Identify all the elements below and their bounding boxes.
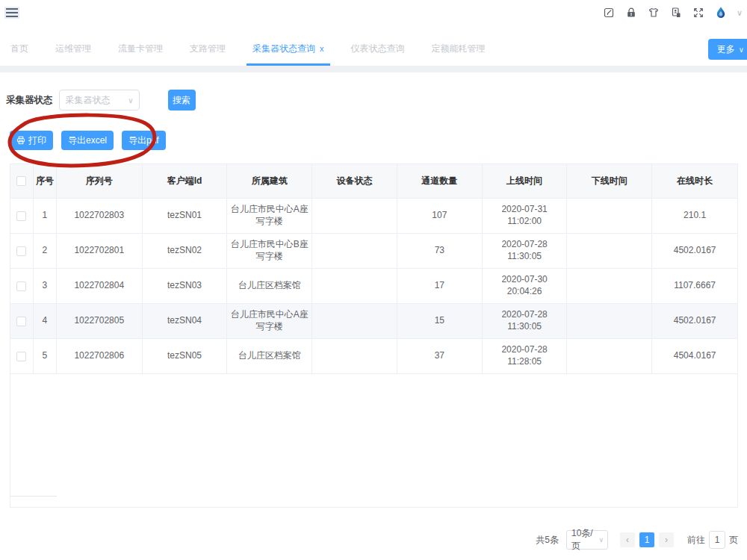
tab-2[interactable]: 运维管理: [55, 31, 91, 66]
table-cell: 1022702805: [57, 304, 143, 339]
row-checkbox-cell: [10, 304, 34, 339]
total-count: 共5条: [536, 534, 559, 547]
export-excel-button[interactable]: 导出excel: [61, 131, 114, 150]
edit-form-icon[interactable]: [602, 6, 616, 19]
row-checkbox-cell: [10, 234, 34, 269]
row-checkbox[interactable]: [16, 211, 26, 221]
table-cell: 2020-07-30 20:04:26: [483, 269, 568, 304]
export-pdf-button[interactable]: 导出pdf: [122, 131, 166, 150]
table-cell: 3: [34, 269, 57, 304]
tab-1[interactable]: 首页: [10, 31, 28, 66]
tab-label: 定额能耗管理: [432, 43, 486, 55]
tab-5[interactable]: 采集器状态查询x: [252, 31, 324, 66]
tab-6[interactable]: 仪表状态查询: [351, 31, 405, 66]
table-cell: 2: [34, 234, 57, 269]
column-header: 下线时间: [567, 164, 652, 199]
goto-label: 前往: [687, 534, 705, 547]
table-cell: 1022702804: [57, 269, 143, 304]
table-cell: 2020-07-31 11:02:00: [483, 199, 568, 234]
actions-row: 打印 导出excel 导出pdf: [10, 131, 166, 150]
table-cell: 1022702801: [57, 234, 143, 269]
table-cell: 台儿庄区档案馆: [227, 269, 312, 304]
copy-id-icon[interactable]: [669, 6, 683, 19]
table-row[interactable]: 41022702805tezSN04台儿庄市民中心A座写字楼152020-07-…: [10, 304, 737, 339]
table-row[interactable]: 11022702803tezSN01台儿庄市民中心A座写字楼1072020-07…: [10, 199, 737, 234]
table-cell: 1107.6667: [652, 269, 737, 304]
table-cell: 台儿庄市民中心A座写字楼: [227, 199, 312, 234]
table-cell: 4502.0167: [652, 234, 737, 269]
table-empty-area: [10, 374, 737, 508]
table-cell: [312, 269, 397, 304]
column-header: 序号: [34, 164, 57, 199]
table-row[interactable]: 51022702806tezSN05台儿庄区档案馆372020-07-28 11…: [10, 339, 737, 374]
chevron-down-icon: ∨: [739, 46, 744, 54]
page-size-select[interactable]: 10条/页 ∨: [566, 530, 608, 550]
table-cell: 73: [397, 234, 483, 269]
table-cell: 4502.0167: [652, 304, 737, 339]
filter-row: 采集器状态 采集器状态 ∨ 搜索: [6, 90, 196, 111]
table-cell: 107: [397, 199, 483, 234]
tab-label: 首页: [10, 43, 28, 55]
table-cell: 台儿庄市民中心B座写字楼: [227, 234, 312, 269]
tab-7[interactable]: 定额能耗管理: [432, 31, 486, 66]
table-cell: 2020-07-28 11:28:05: [483, 339, 568, 374]
table-cell: [312, 339, 397, 374]
next-page-button[interactable]: ›: [659, 532, 674, 547]
column-header: 设备状态: [312, 164, 397, 199]
tab-close-icon[interactable]: x: [320, 44, 324, 53]
table-cell: tezSN01: [143, 199, 228, 234]
topbar-icons: ∨: [602, 6, 743, 19]
table-cell: 4: [34, 304, 57, 339]
menu-toggle-icon[interactable]: [6, 6, 18, 19]
tab-bar: 首页运维管理流量卡管理支路管理采集器状态查询x仪表状态查询定额能耗管理 更多∨: [0, 31, 747, 66]
theme-shirt-icon[interactable]: [647, 6, 660, 19]
row-checkbox[interactable]: [16, 281, 26, 291]
select-all-checkbox[interactable]: [16, 176, 26, 186]
search-button[interactable]: 搜索: [168, 90, 196, 111]
logo-flame-icon[interactable]: [714, 6, 728, 19]
row-checkbox[interactable]: [16, 246, 26, 256]
fullscreen-icon[interactable]: [692, 6, 705, 19]
column-header: 客户端Id: [143, 164, 228, 199]
column-header: 通道数量: [397, 164, 483, 199]
fixed-column-edge: [10, 496, 57, 497]
table-cell: 台儿庄市民中心A座写字楼: [227, 304, 312, 339]
chevron-down-icon: ∨: [128, 96, 133, 105]
column-header: 上线时间: [483, 164, 568, 199]
row-checkbox[interactable]: [16, 317, 26, 326]
table-cell: tezSN05: [143, 339, 228, 374]
table-cell: 2020-07-28 11:30:05: [483, 234, 568, 269]
goto-page-input[interactable]: [709, 531, 725, 549]
lock-icon[interactable]: [624, 6, 638, 19]
row-checkbox[interactable]: [16, 352, 26, 361]
page-number-1[interactable]: 1: [639, 532, 654, 547]
column-header: 在线时长: [652, 164, 737, 199]
tab-label: 仪表状态查询: [351, 43, 405, 55]
tab-bar-items: 首页运维管理流量卡管理支路管理采集器状态查询x仪表状态查询定额能耗管理: [0, 31, 747, 66]
collector-status-table: 序号序列号客户端Id所属建筑设备状态通道数量上线时间下线时间在线时长 11022…: [10, 164, 738, 508]
tab-label: 支路管理: [190, 43, 226, 55]
table-row[interactable]: 31022702804tezSN03台儿庄区档案馆172020-07-30 20…: [10, 269, 737, 304]
page-unit-label: 页: [729, 534, 738, 547]
collector-status-select[interactable]: 采集器状态 ∨: [59, 90, 140, 111]
more-button[interactable]: 更多∨: [708, 39, 747, 60]
topbar: ∨: [0, 0, 747, 31]
tabbar-divider: [0, 66, 747, 72]
user-chevron-down-icon[interactable]: ∨: [737, 8, 743, 18]
collector-status-label: 采集器状态: [6, 94, 53, 107]
table-row[interactable]: 21022702801tezSN02台儿庄市民中心B座写字楼732020-07-…: [10, 234, 737, 269]
tab-4[interactable]: 支路管理: [190, 31, 226, 66]
table-cell: [312, 199, 397, 234]
table-cell: 37: [397, 339, 483, 374]
tab-3[interactable]: 流量卡管理: [118, 31, 163, 66]
table-cell: [567, 339, 652, 374]
tab-label: 流量卡管理: [118, 43, 163, 55]
table-cell: [312, 304, 397, 339]
table-cell: [567, 269, 652, 304]
print-button[interactable]: 打印: [10, 131, 53, 150]
table-cell: 4504.0167: [652, 339, 737, 374]
table-cell: 台儿庄区档案馆: [227, 339, 312, 374]
table-cell: 15: [397, 304, 483, 339]
column-header: 所属建筑: [227, 164, 312, 199]
prev-page-button[interactable]: ‹: [620, 532, 635, 547]
